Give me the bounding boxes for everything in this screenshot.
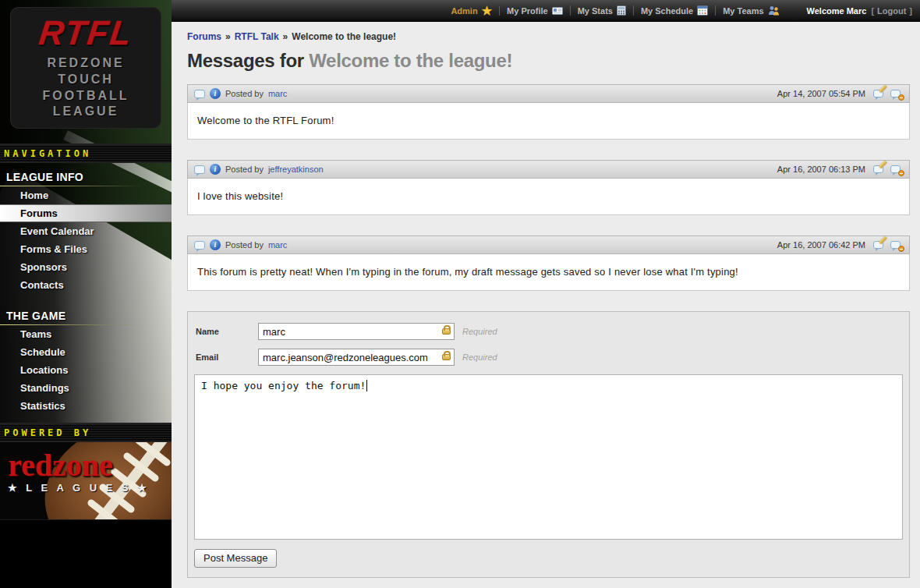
redzone-leagues-banner[interactable]: redzone ★ L E A G U E S ★: [0, 442, 172, 520]
redzone-brand-sub: ★ L E A G U E S ★: [8, 482, 150, 494]
sidebar-item-statistics[interactable]: Statistics: [0, 397, 172, 415]
sidebar-item-forms-files[interactable]: Forms & Files: [0, 240, 172, 258]
topbar: Admin ★ My Profile My Stats My Schedule …: [172, 0, 920, 22]
edit-comment-icon[interactable]: [873, 89, 886, 99]
topbar-item-my-profile[interactable]: My Profile: [499, 6, 570, 16]
email-label: Email: [196, 352, 258, 362]
sidebar-item-home[interactable]: Home: [0, 186, 172, 204]
edit-comment-icon[interactable]: [873, 240, 886, 250]
breadcrumb: Forums»RTFL Talk»Welcome to the league!: [187, 31, 910, 42]
lock-icon: [442, 328, 451, 335]
logout-wrap: [ Logout ]: [869, 6, 914, 16]
post-date: Apr 16, 2007 06:42 PM: [777, 240, 865, 250]
message-text: I hope you enjoy the forum!: [201, 380, 366, 391]
name-field[interactable]: [258, 323, 455, 340]
section-title-the-game: THE GAME: [0, 302, 172, 325]
sidebar-item-sponsors[interactable]: Sponsors: [0, 258, 172, 276]
sidebar-bottom-fill: [0, 520, 172, 588]
delete-comment-icon[interactable]: [890, 89, 903, 99]
post-header: Posted by marc Apr 14, 2007 05:54 PM: [187, 84, 910, 103]
text-caret: [366, 380, 367, 391]
breadcrumb-separator: »: [225, 31, 231, 42]
main-area: Admin ★ My Profile My Stats My Schedule …: [172, 0, 920, 588]
required-label: Required: [462, 327, 497, 336]
navigation-led-header: NAVIGATION: [0, 143, 172, 163]
lock-icon: [442, 354, 451, 360]
topbar-item-admin[interactable]: Admin ★: [444, 5, 499, 16]
posted-by-label: Posted by: [225, 165, 264, 174]
info-icon[interactable]: [210, 164, 221, 175]
sidebar: RTFL REDZONE TOUCH FOOTBALL LEAGUE NAVIG…: [0, 0, 172, 588]
sidebar-item-event-calendar[interactable]: Event Calendar: [0, 222, 172, 240]
page-title-topic: Welcome to the league!: [309, 50, 512, 71]
post-header: Posted by jeffreyatkinson Apr 16, 2007 0…: [187, 160, 910, 179]
topbar-item-my-stats[interactable]: My Stats: [570, 5, 633, 16]
star-icon: ★: [482, 5, 492, 16]
breadcrumb-current: Welcome to the league!: [292, 31, 396, 42]
comment-icon: [194, 165, 205, 174]
sidebar-item-schedule[interactable]: Schedule: [0, 343, 172, 361]
sidebar-item-forums[interactable]: Forums: [0, 204, 172, 222]
logo-line: LEAGUE: [53, 104, 119, 120]
post-message-form: Name Required Email Required I hope you …: [187, 311, 910, 578]
logout-link[interactable]: Logout: [877, 6, 906, 16]
calculator-icon: [617, 5, 626, 16]
welcome-user-label: Welcome Marc: [804, 6, 870, 16]
breadcrumb-forums[interactable]: Forums: [187, 31, 221, 42]
required-label: Required: [462, 352, 497, 362]
page-title: Messages for Welcome to the league!: [187, 50, 910, 72]
calendar-icon: [697, 5, 708, 16]
rtfl-logo[interactable]: RTFL REDZONE TOUCH FOOTBALL LEAGUE: [11, 8, 161, 128]
post-header: Posted by marc Apr 16, 2007 06:42 PM: [187, 236, 910, 254]
topbar-item-my-schedule[interactable]: My Schedule: [633, 5, 715, 16]
topbar-item-my-teams[interactable]: My Teams: [715, 5, 786, 16]
breadcrumb-rtfl-talk[interactable]: RTFL Talk: [235, 31, 279, 42]
message-textarea[interactable]: I hope you enjoy the forum!: [194, 374, 903, 540]
name-label: Name: [196, 327, 258, 336]
section-title-league-info: LEAGUE INFO: [0, 163, 172, 186]
content-area: Forums»RTFL Talk»Welcome to the league! …: [172, 22, 920, 588]
comment-icon: [194, 241, 205, 250]
powered-by-led-header: POWERED BY: [0, 423, 172, 442]
sidebar-item-locations[interactable]: Locations: [0, 361, 172, 379]
post-date: Apr 14, 2007 05:54 PM: [777, 89, 865, 98]
post-author-link[interactable]: marc: [268, 240, 287, 250]
post-author-link[interactable]: jeffreyatkinson: [268, 165, 324, 174]
comment-icon: [194, 90, 205, 98]
logo-line: FOOTBALL: [42, 88, 129, 104]
post-date: Apr 16, 2007 06:13 PM: [777, 165, 865, 174]
sidebar-item-contacts[interactable]: Contacts: [0, 276, 172, 294]
posted-by-label: Posted by: [225, 89, 264, 98]
email-field[interactable]: [258, 349, 455, 366]
posted-by-label: Posted by: [225, 240, 264, 250]
redzone-brand-name: redzone: [8, 452, 150, 480]
sidebar-item-standings[interactable]: Standings: [0, 379, 172, 397]
logo-line: TOUCH: [58, 72, 114, 88]
delete-comment-icon[interactable]: [890, 165, 903, 175]
info-icon[interactable]: [210, 88, 221, 99]
rtfl-logo-acronym: RTFL: [37, 16, 134, 50]
post-author-link[interactable]: marc: [268, 89, 287, 98]
vcard-icon: [552, 6, 563, 16]
sidebar-item-teams[interactable]: Teams: [0, 325, 172, 343]
edit-comment-icon[interactable]: [873, 165, 886, 175]
post-body: This forum is pretty neat! When I'm typi…: [187, 254, 910, 291]
post-body: I love this website!: [187, 179, 910, 215]
delete-comment-icon[interactable]: [890, 240, 903, 250]
breadcrumb-separator: »: [283, 31, 288, 42]
logout-bracket-open: [: [871, 6, 874, 16]
logout-bracket-close: ]: [909, 6, 912, 16]
post-body: Welcome to the RTFL Forum!: [187, 103, 910, 140]
group-icon: [768, 5, 780, 16]
post-message-button[interactable]: Post Message: [194, 549, 277, 568]
logo-line: REDZONE: [47, 55, 124, 72]
info-icon[interactable]: [210, 239, 221, 250]
